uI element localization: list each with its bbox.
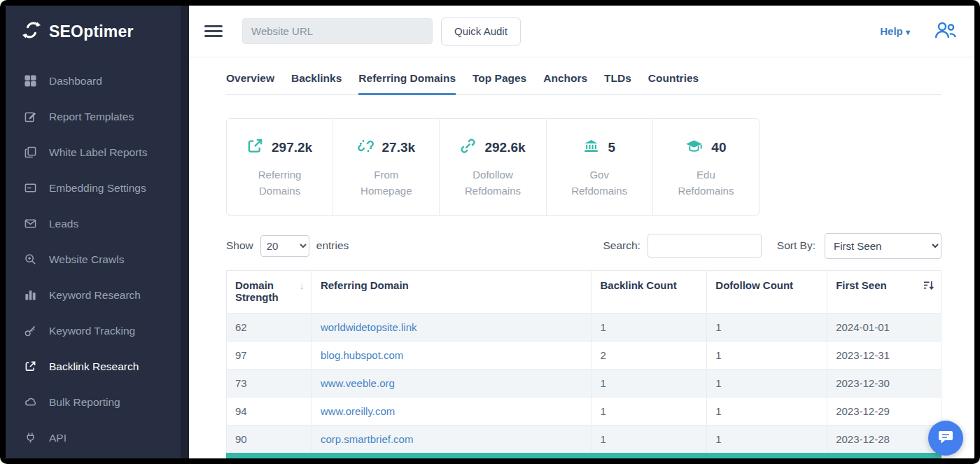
stat-label: Gov Refdomains	[561, 167, 638, 199]
table-row[interactable]: 90 corp.smartbrief.com 1 1 2023-12-28	[227, 425, 941, 453]
sidebar-item-keyword-research[interactable]: Keyword Research	[6, 277, 189, 313]
domain-link[interactable]: worldwidetopsite.link	[321, 321, 417, 333]
cell-domain-strength: 62	[227, 313, 312, 341]
table-row[interactable]: 94 www.oreilly.com 1 1 2023-12-29	[227, 397, 941, 425]
sidebar-item-label: Backlink Research	[49, 360, 139, 373]
sidebar-item-keyword-tracking[interactable]: Keyword Tracking	[6, 313, 189, 349]
sidebar-item-label: Embedding Settings	[49, 182, 146, 195]
domain-link[interactable]: www.oreilly.com	[321, 405, 395, 417]
topbar: Quick Audit Help ▾	[189, 6, 974, 57]
stat-label: Dofollow Refdomains	[454, 167, 531, 199]
sort-amount-icon[interactable]	[923, 280, 934, 293]
column-header-referring-domain[interactable]: Referring Domain	[312, 270, 592, 313]
cell-dofollow-count: 1	[707, 341, 827, 369]
sidebar-scrollbar[interactable]	[181, 6, 189, 458]
table-row[interactable]: 73 www.veeble.org 1 1 2023-12-30	[227, 369, 941, 397]
table-controls: Show 20 entries Search: Sort By: First S…	[226, 233, 941, 259]
search-input[interactable]	[648, 234, 762, 258]
sidebar-item-dashboard[interactable]: Dashboard	[6, 63, 189, 99]
tab-top-pages[interactable]: Top Pages	[472, 72, 526, 94]
cell-first-seen: 2023-12-29	[827, 397, 941, 425]
domain-link[interactable]: blog.hubspot.com	[321, 349, 403, 361]
sidebar-item-white-label-reports[interactable]: White Label Reports	[6, 134, 189, 170]
table-header-row: Domain Strength ↓ Referring Domain Backl…	[227, 270, 941, 313]
sidebar-item-label: Website Crawls	[49, 253, 124, 266]
column-header-backlink-count[interactable]: Backlink Count	[592, 270, 707, 313]
tab-tlds[interactable]: TLDs	[604, 72, 631, 94]
stat-label: Edu Refdomains	[667, 167, 744, 199]
search-label: Search:	[603, 239, 640, 252]
sidebar-item-bulk-reporting[interactable]: Bulk Reporting	[6, 384, 189, 420]
plug-icon	[24, 432, 36, 444]
column-header-dofollow-count[interactable]: Dofollow Count	[707, 270, 827, 313]
chat-bubble-icon	[937, 429, 954, 448]
embed-card-icon	[24, 182, 36, 195]
cell-backlink-count: 2	[592, 341, 707, 369]
sort-down-arrow-icon[interactable]: ↓	[299, 279, 304, 291]
bank-icon	[583, 138, 599, 157]
search-plus-icon	[24, 253, 36, 266]
sidebar-item-label: White Label Reports	[49, 146, 147, 159]
show-label: Show	[226, 239, 253, 252]
help-menu[interactable]: Help ▾	[880, 25, 910, 37]
column-header-domain-strength[interactable]: Domain Strength ↓	[227, 270, 312, 313]
sidebar-item-leads[interactable]: Leads	[6, 206, 189, 241]
domain-link[interactable]: www.veeble.org	[321, 377, 395, 389]
sidebar-item-api[interactable]: API	[6, 420, 189, 456]
content: Overview Backlinks Referring Domains Top…	[189, 57, 974, 458]
stats-summary-card: 297.2k Referring Domains 27.3k	[226, 118, 760, 216]
cloud-icon	[24, 396, 36, 409]
envelope-icon	[24, 218, 36, 230]
cell-referring-domain: blog.hubspot.com	[312, 341, 592, 369]
website-url-input[interactable]	[242, 18, 433, 44]
dashboard-icon	[24, 75, 36, 87]
cell-dofollow-count: 1	[707, 397, 827, 425]
sidebar-item-label: Leads	[49, 218, 78, 230]
stat-value: 297.2k	[272, 140, 312, 155]
stat-value: 5	[608, 140, 615, 155]
table-row[interactable]: 97 blog.hubspot.com 2 1 2023-12-31	[227, 341, 941, 369]
sidebar-item-backlink-research[interactable]: Backlink Research	[6, 349, 189, 384]
entries-label: entries	[316, 239, 349, 252]
tab-countries[interactable]: Countries	[648, 72, 699, 94]
brand-name: SEOptimer	[49, 22, 134, 41]
hamburger-menu-icon[interactable]	[204, 25, 223, 37]
tab-backlinks[interactable]: Backlinks	[291, 72, 342, 94]
domain-link[interactable]: corp.smartbrief.com	[321, 433, 414, 445]
brand-logo[interactable]: SEOptimer	[6, 6, 189, 57]
tab-referring-domains[interactable]: Referring Domains	[358, 72, 456, 95]
external-link-icon	[24, 360, 36, 373]
tab-overview[interactable]: Overview	[226, 72, 274, 94]
entries-select[interactable]: 20	[260, 235, 309, 257]
app-window: SEOptimer Dashboard	[0, 0, 980, 464]
stat-value: 292.6k	[484, 140, 525, 155]
sidebar-item-label: API	[49, 432, 66, 444]
users-icon	[934, 21, 958, 42]
column-header-first-seen[interactable]: First Seen	[827, 270, 941, 313]
sidebar-item-embedding-settings[interactable]: Embedding Settings	[6, 170, 189, 206]
sidebar: SEOptimer Dashboard	[6, 6, 189, 458]
stat-value: 27.3k	[382, 140, 416, 155]
copy-pages-icon	[24, 146, 36, 159]
tab-anchors[interactable]: Anchors	[543, 72, 587, 94]
external-link-icon	[247, 138, 263, 157]
quick-audit-button[interactable]: Quick Audit	[441, 17, 521, 45]
stat-referring-domains: 297.2k Referring Domains	[227, 119, 332, 215]
stat-label: Referring Domains	[241, 167, 318, 199]
cell-backlink-count: 1	[592, 397, 707, 425]
footer-accent-bar	[226, 453, 941, 458]
chat-widget-button[interactable]	[928, 421, 963, 456]
sort-by-select[interactable]: First Seen	[825, 233, 941, 259]
graduation-cap-icon	[685, 138, 703, 157]
cell-dofollow-count: 1	[707, 313, 827, 341]
report-tabs: Overview Backlinks Referring Domains Top…	[226, 72, 941, 95]
sidebar-item-label: Keyword Tracking	[49, 325, 135, 337]
sidebar-item-report-templates[interactable]: Report Templates	[6, 99, 189, 134]
table-row[interactable]: 62 worldwidetopsite.link 1 1 2024-01-01	[227, 313, 941, 341]
link-icon	[460, 138, 476, 157]
sidebar-item-website-crawls[interactable]: Website Crawls	[6, 241, 189, 277]
stat-label: From Homepage	[348, 167, 425, 199]
cell-domain-strength: 94	[227, 397, 312, 425]
sort-by-label: Sort By:	[777, 239, 816, 252]
account-button[interactable]	[934, 21, 958, 42]
